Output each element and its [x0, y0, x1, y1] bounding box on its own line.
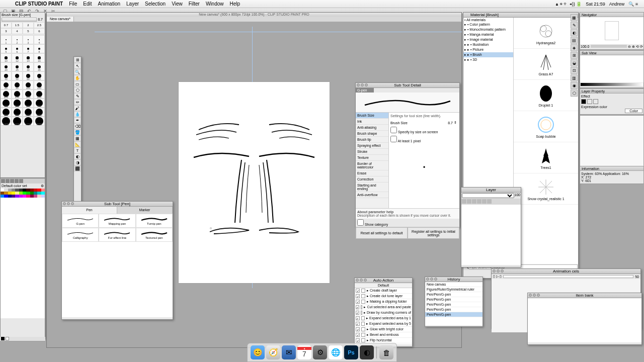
material-item[interactable]: Droplet 1 [514, 80, 578, 111]
tool-btn[interactable]: ▭ [74, 81, 81, 87]
menu-animation[interactable]: Animation [95, 1, 123, 7]
layer-btn-icon[interactable] [482, 199, 487, 204]
material-tree-item[interactable]: ▸ ▸ ▪ Illustration [463, 42, 513, 47]
brush-preset[interactable]: 16 [34, 53, 45, 62]
material-tree-item[interactable]: ▸ ▸ ▪ 3D [463, 57, 513, 62]
color-swatch[interactable] [34, 195, 37, 198]
color-tab-icon[interactable] [15, 179, 19, 183]
brush-preset[interactable]: 5 [1, 44, 12, 53]
history-item[interactable]: Pen/Pen/G-pen [425, 297, 482, 302]
brush-preset[interactable]: 90 [12, 80, 23, 89]
autoaction-item[interactable]: ✓ ▸ Glow with bright color [355, 327, 412, 332]
autoaction-item[interactable]: ✓ ▸ Making a clipping folder [355, 299, 412, 305]
color-swatch[interactable] [8, 195, 12, 198]
blend-mode[interactable] [462, 193, 514, 198]
dock-safari[interactable]: 🧭 [266, 345, 280, 359]
subtool-tab-marker[interactable]: Marker [117, 207, 173, 214]
brush-preset[interactable]: 500 [12, 99, 23, 108]
brush-preset[interactable]: 350 [34, 89, 45, 99]
history-item[interactable]: Pen/Pen/G-pen [425, 292, 482, 297]
brush-preset[interactable]: 1000 [23, 108, 34, 117]
brush-preset[interactable]: 400 [1, 99, 12, 108]
tool-btn[interactable]: ⬡ [74, 87, 81, 93]
material-tree-item[interactable]: ▪ All materials [463, 18, 513, 22]
autoaction-item[interactable]: ✓ ▸ Expand selected area by 1 [355, 316, 412, 321]
detail-category[interactable]: Correction [356, 176, 388, 183]
tool-btn[interactable]: 💧 [74, 111, 81, 117]
subtool-item[interactable]: For effect line [99, 228, 135, 242]
brush-preset[interactable]: 25 [12, 62, 23, 71]
brush-preset[interactable]: 3 [23, 35, 34, 44]
history-item[interactable]: Pen/Pen/G-pen [425, 307, 482, 312]
brush-preset[interactable]: 70 [34, 71, 45, 80]
menu-filter[interactable]: Filter [186, 1, 203, 7]
color-swatch[interactable] [12, 195, 15, 198]
tool-btn[interactable]: ◑ [74, 159, 81, 165]
gear-icon[interactable]: ⚙ [41, 184, 44, 188]
color-swatch[interactable] [1, 195, 4, 198]
material-tree-item[interactable]: ▸ ▸ ▪ Brush [463, 52, 513, 57]
tool-btn[interactable]: ✋ [74, 75, 81, 81]
menu-file[interactable]: File [66, 1, 80, 7]
brush-preset[interactable]: 6 [12, 44, 23, 53]
brush-preset[interactable]: 8 [34, 44, 45, 53]
autoaction-item[interactable]: ✓ ▸ Cut selected area and paste [355, 305, 412, 310]
detail-category[interactable]: Brush Size [356, 113, 388, 119]
detail-category[interactable]: Erase [356, 170, 388, 176]
history-item[interactable]: New canvas [425, 282, 482, 287]
color-swatch[interactable] [41, 195, 45, 198]
brush-preset[interactable]: 700 [34, 99, 45, 108]
material-tree-item[interactable]: ▸ ▪ Color pattern [463, 22, 513, 27]
check-show-category[interactable] [357, 219, 364, 226]
subtool-item[interactable]: Calligraphy [62, 228, 99, 242]
tool-btn[interactable]: ⊞ [74, 57, 81, 63]
detail-category[interactable]: Spraying effect [356, 143, 388, 149]
autoaction-item[interactable]: ✓ ▸ Create draft layer [355, 288, 412, 294]
material-tree-item[interactable]: ▸ ▪ Manga material [463, 32, 513, 37]
gradient-bar[interactable] [581, 83, 643, 86]
tool-btn[interactable]: ✒ [74, 117, 81, 123]
color-swatch[interactable] [19, 195, 23, 198]
username[interactable]: Andrew [607, 2, 627, 7]
subtool-tab-pen[interactable]: Pen [62, 207, 117, 214]
brush-preset[interactable]: 600 [23, 99, 34, 108]
action-set[interactable]: Default [355, 283, 412, 288]
size-preset[interactable]: 6 [34, 28, 45, 34]
brush-preset[interactable]: 2 [12, 35, 23, 44]
tool-btn[interactable]: ✎ [74, 93, 81, 99]
detail-category[interactable]: Texture [356, 155, 388, 161]
side-icon[interactable]: ◉ [571, 82, 578, 89]
size-preset[interactable]: 2 [23, 22, 34, 28]
color-swatch[interactable] [4, 195, 8, 198]
brush-preset[interactable]: 12 [12, 53, 23, 62]
brush-preset[interactable]: 100 [23, 80, 34, 89]
timeline[interactable] [503, 275, 633, 278]
detail-category[interactable]: Ink [356, 119, 388, 125]
side-icon[interactable]: ⊡ [571, 67, 578, 74]
brush-preset[interactable]: 50 [12, 71, 23, 80]
menu-window[interactable]: Window [203, 1, 227, 7]
dock-settings[interactable]: ⚙ [313, 345, 327, 359]
subtool-item[interactable]: Turnip pen [136, 214, 173, 228]
dock-trash[interactable]: 🗑 [379, 345, 393, 359]
brush-preset[interactable]: 40 [1, 71, 12, 80]
subtool-item[interactable]: G-pen [62, 214, 99, 228]
tool-btn[interactable]: ⌫ [74, 123, 81, 129]
brush-preset[interactable]: 300 [23, 89, 34, 99]
color-swatch[interactable] [23, 195, 26, 198]
subtool-item[interactable]: Textured pen [136, 228, 173, 242]
layer-btn-icon[interactable] [467, 199, 471, 204]
brush-preset[interactable]: 250 [12, 89, 23, 99]
brush-preset[interactable]: 4 [34, 35, 45, 44]
tool-btn[interactable]: 🖌 [74, 105, 81, 111]
brush-preset[interactable]: 150 [34, 80, 45, 89]
canvas-tab[interactable]: New canvas* [47, 17, 74, 22]
dock-clipstudio[interactable]: ◐ [360, 345, 374, 359]
layer-btn-icon[interactable] [462, 199, 466, 204]
material-tree-item[interactable]: ▸ ▪ Image material [463, 37, 513, 42]
tool-btn[interactable]: 📐 [74, 141, 81, 147]
material-item[interactable]: Grass A7 [514, 49, 578, 80]
color-swatch[interactable] [37, 195, 41, 198]
size-preset[interactable]: 0.7 [1, 22, 12, 28]
brush-preset[interactable]: 20 [1, 62, 12, 71]
